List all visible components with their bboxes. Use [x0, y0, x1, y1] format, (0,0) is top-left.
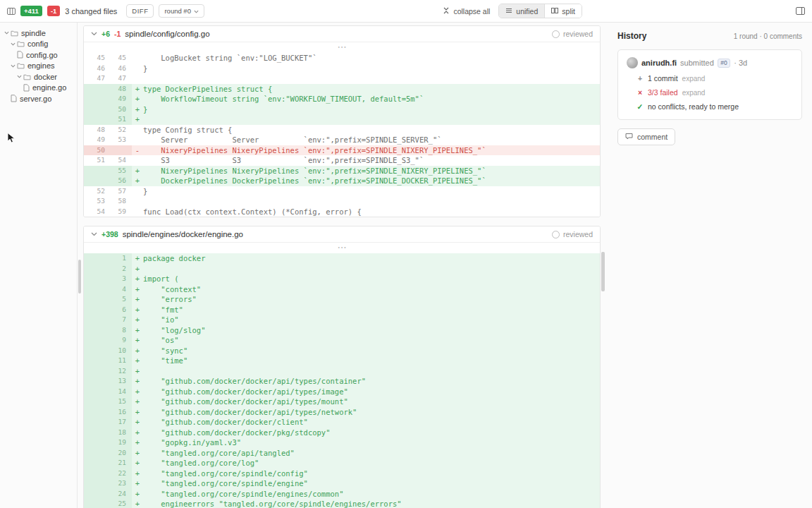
line-number-new[interactable]: 14 [111, 387, 132, 397]
avatar[interactable] [627, 57, 638, 68]
line-number-new[interactable]: 10 [111, 346, 132, 356]
line-number-old[interactable]: 52 [84, 186, 111, 197]
line-number-new[interactable]: 1 [111, 253, 132, 264]
expand-context-button[interactable]: ⋯ [84, 243, 600, 253]
line-number-new[interactable]: 11 [111, 356, 132, 366]
line-number-old[interactable]: 54 [84, 207, 111, 217]
line-number-new[interactable]: 22 [111, 468, 132, 479]
line-number-new[interactable]: 49 [111, 94, 132, 104]
line-number-new[interactable]: 18 [111, 428, 132, 438]
expand-link[interactable]: expand [682, 89, 706, 97]
sidebar-scrollbar-thumb[interactable] [78, 260, 81, 294]
line-number-new[interactable]: 17 [111, 417, 132, 428]
line-number-new[interactable]: 5 [111, 294, 132, 305]
line-number-old[interactable] [84, 489, 111, 500]
file-header[interactable]: +398 spindle/engines/docker/engine.go re… [84, 226, 600, 243]
expand-link[interactable]: expand [682, 75, 706, 83]
line-number-new[interactable]: 45 [111, 53, 132, 64]
line-number-new[interactable]: 24 [111, 489, 132, 500]
expand-context-button[interactable]: ⋯ [84, 42, 600, 53]
line-number-new[interactable]: 57 [111, 186, 132, 197]
chevron-down-icon[interactable] [91, 32, 97, 36]
line-number-new[interactable]: 6 [111, 305, 132, 315]
line-number-old[interactable] [84, 94, 111, 104]
line-number-new[interactable]: 23 [111, 478, 132, 489]
line-number-old[interactable] [84, 448, 111, 459]
diff-scrollbar-thumb[interactable] [601, 252, 605, 291]
line-number-new[interactable]: 7 [111, 315, 132, 325]
line-number-new[interactable]: 58 [111, 196, 132, 207]
toggle-sidebar-panel-icon[interactable] [796, 7, 805, 15]
line-number-old[interactable] [84, 468, 111, 479]
line-number-old[interactable] [84, 284, 111, 295]
line-number-new[interactable]: 16 [111, 407, 132, 418]
line-number-new[interactable]: 48 [111, 84, 132, 95]
line-number-new[interactable]: 51 [111, 114, 132, 125]
line-number-new[interactable]: 13 [111, 376, 132, 387]
line-number-old[interactable]: 53 [84, 196, 111, 207]
collapse-all-button[interactable]: collapse all [443, 7, 490, 16]
line-number-old[interactable] [84, 253, 111, 264]
line-number-old[interactable] [84, 305, 111, 315]
line-number-old[interactable] [84, 499, 111, 508]
line-number-new[interactable]: 21 [111, 458, 132, 468]
line-number-new[interactable]: 19 [111, 437, 132, 448]
line-number-new[interactable]: 55 [111, 166, 132, 176]
chevron-down-icon[interactable] [91, 232, 97, 236]
line-number-old[interactable] [84, 428, 111, 438]
line-number-old[interactable] [84, 356, 111, 366]
unified-view-button[interactable]: unified [499, 4, 544, 18]
line-number-new[interactable]: 56 [111, 176, 132, 186]
line-number-old[interactable]: 48 [84, 125, 111, 135]
line-number-new[interactable]: 3 [111, 274, 132, 284]
line-number-old[interactable]: 45 [84, 53, 111, 64]
line-number-new[interactable]: 59 [111, 207, 132, 217]
reviewed-checkbox[interactable]: reviewed [552, 30, 593, 38]
line-number-new[interactable]: 46 [111, 64, 132, 74]
line-number-old[interactable] [84, 417, 111, 428]
line-number-new[interactable]: 54 [111, 155, 132, 166]
line-number-old[interactable] [84, 176, 111, 186]
line-number-old[interactable]: 47 [84, 73, 111, 84]
line-number-new[interactable]: 12 [111, 366, 132, 377]
line-number-old[interactable] [84, 315, 111, 325]
line-number-old[interactable]: 49 [84, 135, 111, 145]
line-number-old[interactable]: 51 [84, 155, 111, 166]
sidebar-item-config[interactable]: config [0, 39, 77, 50]
line-number-old[interactable] [84, 478, 111, 489]
comment-button[interactable]: comment [617, 128, 675, 145]
line-number-new[interactable]: 50 [111, 104, 132, 115]
round-selector[interactable]: round #0 [159, 4, 204, 18]
file-header[interactable]: +6 -1 spindle/config/config.go reviewed [84, 26, 600, 42]
line-number-old[interactable] [84, 114, 111, 125]
line-number-old[interactable]: 46 [84, 64, 111, 74]
line-number-old[interactable] [84, 387, 111, 397]
line-number-new[interactable]: 53 [111, 135, 132, 145]
line-number-new[interactable]: 15 [111, 397, 132, 407]
sidebar-item-engine.go[interactable]: engine.go [0, 83, 77, 94]
line-number-old[interactable] [84, 264, 111, 274]
line-number-new[interactable]: 25 [111, 499, 132, 508]
line-number-new[interactable]: 2 [111, 264, 132, 274]
line-number-old[interactable]: 50 [84, 145, 111, 156]
line-number-old[interactable] [84, 274, 111, 284]
line-number-old[interactable] [84, 325, 111, 336]
sidebar-item-config.go[interactable]: config.go [0, 49, 77, 61]
reviewed-checkbox[interactable]: reviewed [552, 230, 593, 238]
line-number-new[interactable] [111, 145, 132, 156]
split-view-button[interactable]: split [544, 4, 582, 18]
line-number-new[interactable]: 52 [111, 125, 132, 135]
line-number-old[interactable] [84, 437, 111, 448]
line-number-old[interactable] [84, 376, 111, 387]
line-number-old[interactable] [84, 294, 111, 305]
line-number-new[interactable]: 4 [111, 284, 132, 295]
line-number-new[interactable]: 20 [111, 448, 132, 459]
line-number-old[interactable] [84, 366, 111, 377]
diff-mode-button[interactable]: DIFF [126, 4, 154, 18]
sidebar-item-spindle[interactable]: spindle [0, 28, 77, 39]
sidebar-item-engines[interactable]: engines [0, 61, 77, 72]
sidebar-item-docker[interactable]: docker [0, 71, 77, 83]
line-number-old[interactable] [84, 458, 111, 468]
line-number-old[interactable] [84, 407, 111, 418]
line-number-old[interactable] [84, 397, 111, 407]
